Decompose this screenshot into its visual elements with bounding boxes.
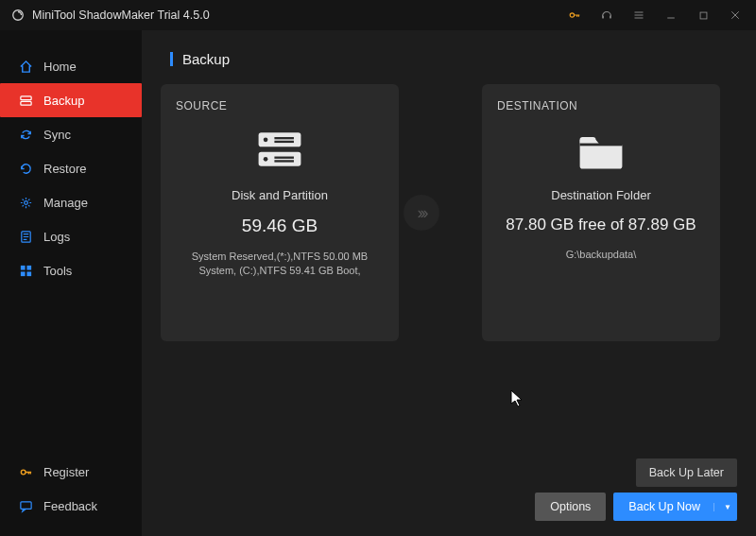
sidebar-item-label: Feedback: [43, 499, 97, 513]
options-button[interactable]: Options: [535, 493, 606, 521]
svg-rect-3: [610, 15, 611, 18]
app-logo-icon: [11, 9, 25, 22]
destination-detail: G:\backupdata\: [566, 248, 637, 262]
svg-point-13: [21, 470, 26, 475]
backup-icon: [17, 92, 34, 109]
svg-rect-23: [580, 144, 623, 147]
manage-icon: [17, 194, 34, 211]
svg-point-1: [570, 13, 574, 17]
source-detail: System Reserved,(*:),NTFS 50.00 MB Syste…: [176, 250, 384, 279]
destination-heading: DESTINATION: [497, 99, 577, 112]
chevrons-right-icon: ›››: [404, 195, 439, 231]
minimize-icon[interactable]: [662, 6, 680, 25]
source-title: Disk and Partition: [232, 188, 328, 202]
svg-point-22: [264, 157, 268, 162]
restore-icon: [17, 160, 34, 177]
source-heading: SOURCE: [176, 99, 227, 112]
svg-rect-2: [602, 15, 604, 18]
destination-title: Destination Folder: [551, 188, 651, 202]
key-icon: [17, 463, 34, 480]
svg-rect-5: [20, 95, 30, 99]
back-up-now-button[interactable]: Back Up Now ▼: [613, 493, 737, 521]
destination-size: 87.80 GB free of 87.89 GB: [506, 216, 696, 234]
sidebar-item-backup[interactable]: Backup: [0, 83, 142, 117]
sidebar-item-label: Sync: [43, 128, 71, 142]
svg-rect-21: [274, 160, 294, 162]
page-title: Backup: [170, 51, 737, 67]
back-up-later-button[interactable]: Back Up Later: [636, 458, 737, 487]
sidebar-item-label: Tools: [43, 264, 72, 278]
sidebar-item-label: Backup: [43, 94, 84, 108]
source-panel[interactable]: SOURCE Disk and Partit: [161, 84, 399, 341]
sidebar-item-sync[interactable]: Sync: [0, 117, 142, 151]
sidebar-item-feedback[interactable]: Feedback: [0, 489, 142, 523]
sidebar-item-label: Logs: [43, 230, 70, 244]
sync-icon: [17, 126, 34, 143]
svg-rect-4: [700, 12, 707, 19]
maximize-icon[interactable]: [694, 6, 713, 25]
svg-rect-9: [20, 265, 25, 269]
svg-point-18: [264, 137, 268, 142]
app-title: MiniTool ShadowMaker Trial 4.5.0: [32, 9, 210, 22]
menu-icon[interactable]: [629, 6, 648, 25]
svg-rect-6: [20, 101, 30, 105]
source-size: 59.46 GB: [242, 216, 318, 236]
sidebar-item-tools[interactable]: Tools: [0, 253, 142, 287]
feedback-icon: [17, 497, 34, 514]
svg-rect-17: [274, 141, 294, 143]
logs-icon: [17, 228, 34, 245]
sidebar-item-manage[interactable]: Manage: [0, 185, 142, 219]
svg-point-7: [24, 200, 27, 204]
headset-icon[interactable]: [597, 6, 616, 25]
sidebar-item-label: Register: [43, 465, 89, 479]
svg-rect-14: [20, 501, 30, 509]
tools-icon: [17, 262, 34, 279]
sidebar: Home Backup Sync Restore Manage Logs: [0, 30, 142, 536]
key-icon[interactable]: [565, 6, 584, 25]
sidebar-item-label: Manage: [43, 196, 88, 210]
svg-rect-10: [26, 265, 31, 269]
chevron-down-icon[interactable]: ▼: [713, 503, 731, 511]
sidebar-item-home[interactable]: Home: [0, 49, 142, 83]
svg-rect-11: [20, 271, 25, 276]
svg-rect-20: [274, 157, 294, 159]
sidebar-item-register[interactable]: Register: [0, 455, 142, 489]
arrow-separator: ›››: [399, 195, 444, 231]
mouse-cursor-icon: [510, 389, 525, 408]
main-content: Backup SOURCE: [142, 30, 756, 536]
folder-icon: [573, 126, 629, 175]
disk-icon: [251, 126, 308, 175]
destination-panel[interactable]: DESTINATION Destination Folder 87.80 GB …: [482, 84, 720, 341]
sidebar-item-restore[interactable]: Restore: [0, 151, 142, 185]
home-icon: [17, 58, 34, 75]
titlebar: MiniTool ShadowMaker Trial 4.5.0: [0, 0, 756, 30]
sidebar-item-logs[interactable]: Logs: [0, 219, 142, 253]
sidebar-item-label: Restore: [43, 162, 87, 176]
close-icon[interactable]: [726, 6, 745, 25]
sidebar-item-label: Home: [43, 60, 77, 74]
svg-rect-12: [26, 271, 31, 276]
svg-rect-16: [274, 137, 294, 139]
